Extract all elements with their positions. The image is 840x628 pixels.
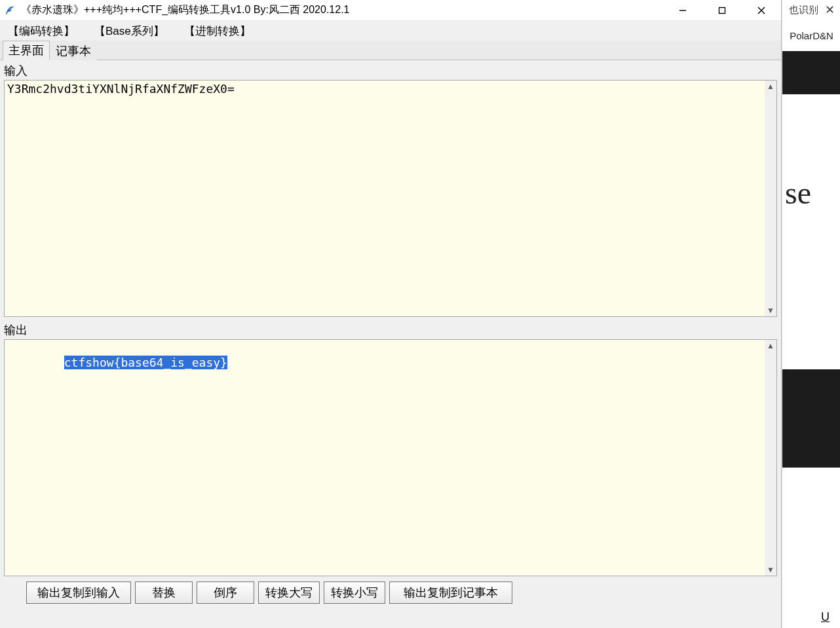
tab-bar: 主界面 记事本: [0, 41, 781, 60]
output-scrollbar[interactable]: ▲ ▼: [765, 340, 776, 576]
input-textarea[interactable]: [5, 81, 765, 316]
bg-underline-u: U: [817, 606, 833, 628]
background-window: 也识别 ✕ PolarD&N se U: [782, 0, 840, 628]
copy-output-to-notepad-button[interactable]: 输出复制到记事本: [389, 582, 512, 604]
tab-notepad[interactable]: 记事本: [50, 41, 97, 60]
tab-main[interactable]: 主界面: [3, 41, 50, 60]
button-bar: 输出复制到输入 替换 倒序 转换大写 转换小写 输出复制到记事本: [0, 579, 781, 606]
titlebar: 《赤水遗珠》+++纯均+++CTF_编码转换工具v1.0 By:风二西 2020…: [0, 0, 781, 21]
bg-top-text: 也识别: [789, 4, 818, 16]
bg-browser-tab: PolarD&N: [782, 20, 840, 51]
output-label: 输出: [0, 320, 781, 339]
input-scrollbar[interactable]: ▲ ▼: [765, 81, 776, 316]
to-upper-button[interactable]: 转换大写: [258, 582, 320, 604]
menu-encoding-convert[interactable]: 【编码转换】: [3, 22, 80, 40]
maximize-button[interactable]: [702, 0, 742, 21]
scroll-up-icon[interactable]: ▲: [765, 340, 776, 352]
bg-article-fragment: se: [785, 175, 811, 211]
scroll-up-icon[interactable]: ▲: [765, 81, 776, 92]
scroll-down-icon[interactable]: ▼: [765, 564, 776, 576]
app-window: 《赤水遗珠》+++纯均+++CTF_编码转换工具v1.0 By:风二西 2020…: [0, 0, 782, 628]
bg-dark-strip-2: [782, 369, 840, 468]
menu-radix-convert[interactable]: 【进制转换】: [179, 22, 256, 40]
bg-dark-strip: [782, 51, 840, 94]
input-label: 输入: [0, 60, 781, 80]
scroll-down-icon[interactable]: ▼: [765, 305, 776, 316]
bg-article-area: se: [782, 94, 840, 291]
menu-base-series[interactable]: 【Base系列】: [89, 22, 170, 40]
reverse-button[interactable]: 倒序: [197, 582, 254, 604]
output-selected-text: ctfshow{base64_is_easy}: [64, 356, 227, 369]
window-title: 《赤水遗珠》+++纯均+++CTF_编码转换工具v1.0 By:风二西 2020…: [21, 3, 350, 17]
menubar: 【编码转换】 【Base系列】 【进制转换】: [0, 21, 781, 41]
close-button[interactable]: [742, 0, 781, 21]
bg-close-glyph: ✕: [825, 3, 835, 17]
to-lower-button[interactable]: 转换小写: [324, 582, 385, 604]
replace-button[interactable]: 替换: [135, 582, 193, 604]
copy-output-to-input-button[interactable]: 输出复制到输入: [26, 582, 131, 604]
output-textarea[interactable]: ctfshow{base64_is_easy}: [5, 340, 765, 576]
app-feather-icon: [4, 5, 16, 16]
minimize-button[interactable]: [663, 0, 702, 21]
svg-rect-1: [719, 8, 725, 14]
